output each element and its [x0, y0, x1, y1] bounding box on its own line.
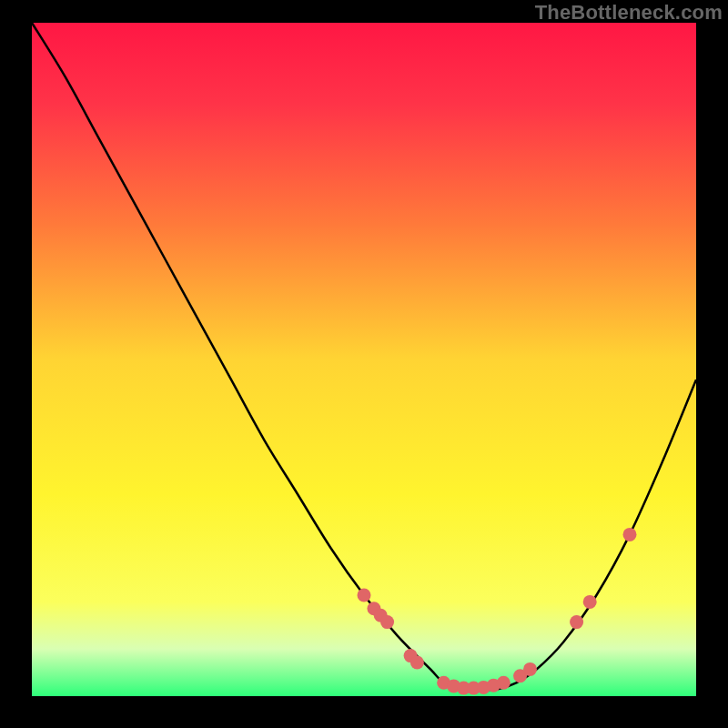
- marker-dot: [623, 528, 637, 541]
- marker-dot: [358, 589, 371, 602]
- watermark-label: TheBottleneck.com: [535, 1, 723, 25]
- marker-dot: [497, 676, 511, 690]
- marker-dot: [570, 615, 583, 629]
- marker-dot: [380, 615, 394, 629]
- marker-dot: [583, 595, 597, 609]
- bottleneck-chart: [0, 0, 728, 728]
- marker-dot: [523, 662, 537, 676]
- chart-frame: TheBottleneck.com: [0, 0, 728, 728]
- marker-dot: [410, 656, 424, 670]
